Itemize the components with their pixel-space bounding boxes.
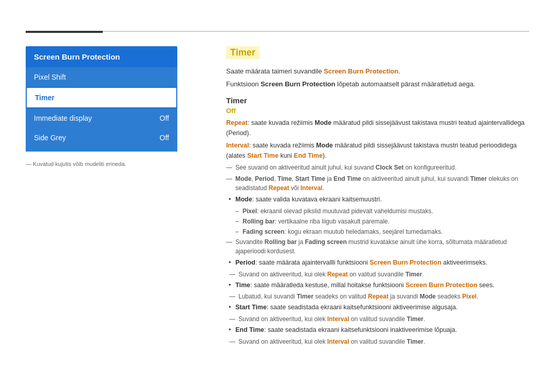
sidebar-item-immediatedisplay[interactable]: Immediate display Off: [26, 108, 177, 128]
status-off: Off: [226, 107, 529, 115]
intro-sbp2: Screen Burn Protection: [261, 80, 335, 88]
sidebar-item-pixelshift[interactable]: Pixel Shift: [26, 67, 177, 87]
bullet-starttime: Start Time: saate seadistada ekraani kai…: [226, 303, 529, 312]
intro-line2: Funktsioon Screen Burn Protection lõpeta…: [226, 79, 529, 89]
sidebar: Screen Burn Protection Pixel Shift Timer…: [26, 46, 177, 167]
pixelshift-label: Pixel Shift: [34, 73, 66, 81]
content-area: Timer Saate määrata taimeri suvandile Sc…: [226, 46, 529, 348]
top-accent: [26, 31, 103, 33]
sidebar-item-timer[interactable]: Timer: [26, 87, 177, 108]
sidebar-item-sidegrey[interactable]: Side Grey Off: [26, 128, 177, 147]
sub-pixel: Pixel: ekraanil olevad pikslid muutuvad …: [226, 207, 529, 216]
bullet-time: Time: saate määratleda kestuse, millal h…: [226, 281, 529, 290]
content-title: Timer: [226, 46, 260, 59]
sidegrey-value: Off: [160, 134, 169, 142]
intro-line1: Saate määrata taimeri suvandile Screen B…: [226, 66, 529, 77]
footnote: — Kuvatud kujutis võib mudeliti erineda.: [26, 161, 177, 167]
bullet-endtime: End Time: saate seadistada ekraani kaits…: [226, 325, 529, 335]
repeat-text: Repeat: saate kuvada režiimis Mode määra…: [226, 118, 529, 138]
immediatedisplay-label: Immediate display: [34, 114, 92, 122]
note1: See suvand on aktiveeritud ainult juhul,…: [226, 163, 529, 172]
section-timer-heading: Timer: [226, 96, 529, 105]
sub-rolling: Rolling bar: vertikaalne riba liigub vas…: [226, 217, 529, 226]
menu-title: Screen Burn Protection: [26, 46, 177, 67]
intro-sbp1: Screen Burn Protection: [324, 67, 398, 75]
interval-text: Interval: saate kuvada režiimis Mode mää…: [226, 140, 529, 161]
note3: Suvandite Rolling bar ja Fading screen m…: [226, 237, 529, 256]
sidegrey-label: Side Grey: [34, 134, 66, 142]
note2: Mode, Period, Time, Start Time ja End Ti…: [226, 174, 529, 193]
menu-bottom: [26, 147, 177, 152]
bullet-period: Period: saate määrata ajaintervallli fun…: [226, 258, 529, 268]
note6: Suvand on aktiveeritud, kui olek Interva…: [226, 314, 529, 324]
note7: Suvand on aktiveeritud, kui olek Interva…: [226, 337, 529, 346]
note5: Lubatud, kui suvandi Timer seadeks on va…: [226, 292, 529, 301]
immediatedisplay-value: Off: [160, 114, 169, 122]
bullet-mode: Mode: saate valida kuvatava ekraani kait…: [226, 195, 529, 204]
note4: Suvand on aktiveeritud, kui olek Repeat …: [226, 270, 529, 279]
timer-label: Timer: [35, 94, 54, 102]
sub-fading: Fading screen: kogu ekraan muutub heleda…: [226, 227, 529, 236]
